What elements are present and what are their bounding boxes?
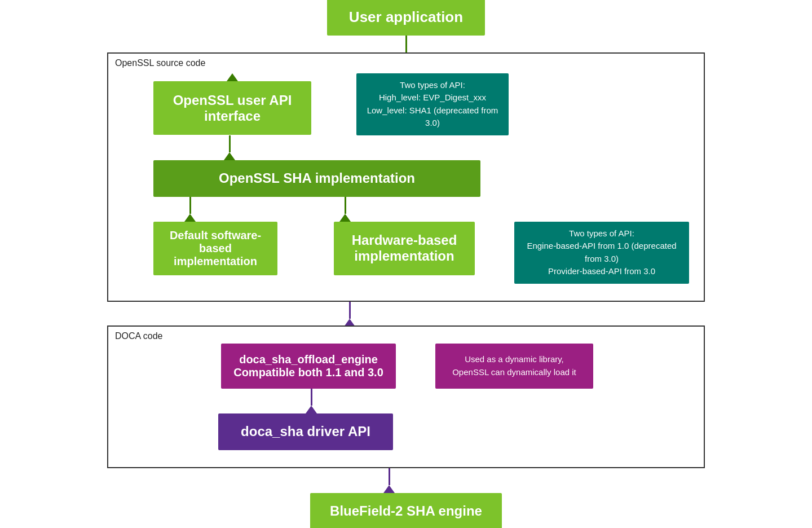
bluefield-box: BlueField-2 SHA engine (310, 493, 502, 529)
hw-impl-box: Hardware-based implementation (334, 222, 475, 275)
doca-section-label: DOCA code (115, 331, 162, 341)
arrow-user-to-api (405, 36, 407, 52)
doca-dynamic-box: Used as a dynamic library, OpenSSL can d… (435, 344, 593, 389)
user-app-box: User application (327, 0, 485, 36)
diagram-wrapper: User application OpenSSL source code Ope… (96, 0, 716, 528)
sha-impl-box: OpenSSL SHA implementation (153, 160, 480, 197)
arrow-offload-to-driver (306, 389, 317, 413)
arrow-to-api (227, 73, 238, 81)
arrow-driver-to-bluefield (383, 468, 395, 493)
doca-section: DOCA code doca_sha_offload_engine Compat… (107, 325, 705, 468)
openssl-section: OpenSSL source code OpenSSL user API int… (107, 52, 705, 302)
api-interface-box: OpenSSL user API interface (153, 81, 311, 135)
default-sw-box: Default software-based implementation (153, 222, 277, 275)
teal-info-bottom: Two types of API: Engine-based-API from … (514, 222, 689, 284)
arrow-api-to-sha (224, 135, 235, 160)
arrow-hw-to-doca (344, 302, 355, 327)
openssl-section-label: OpenSSL source code (115, 58, 205, 68)
doca-driver-box: doca_sha driver API (218, 413, 393, 450)
teal-info-top: Two types of API: High_level: EVP_Digest… (356, 73, 509, 135)
doca-offload-box: doca_sha_offload_engine Compatible both … (221, 344, 396, 389)
bluefield-col: BlueField-2 SHA engine (310, 493, 502, 529)
